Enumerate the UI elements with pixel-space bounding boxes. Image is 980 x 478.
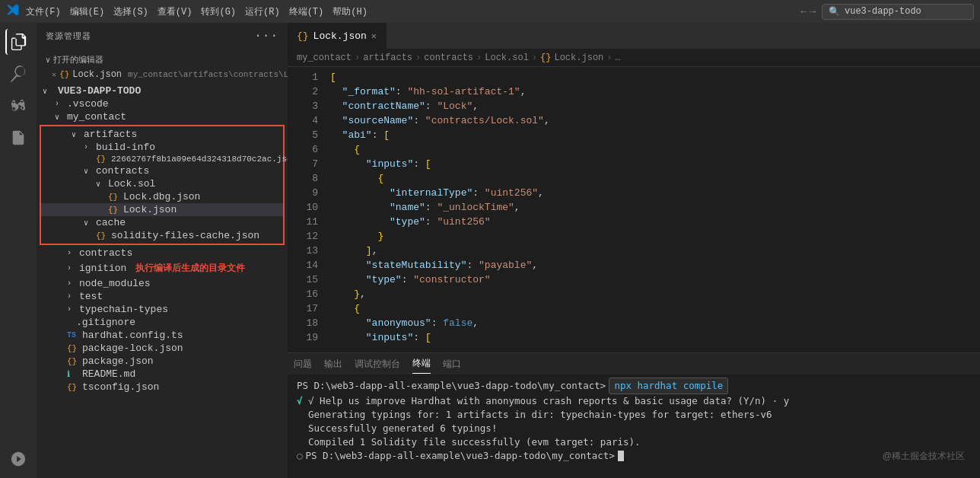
project-root[interactable]: ∨ VUE3-DAPP-TODO: [37, 84, 288, 97]
menu-view[interactable]: 查看(V): [158, 5, 192, 18]
tab-bar: {} Lock.json ✕: [288, 23, 980, 49]
search-box[interactable]: 🔍 vue3-dapp-todo: [822, 4, 974, 20]
breadcrumb-lock-json-icon: {}: [540, 53, 551, 63]
editor-tab-lock-json[interactable]: {} Lock.json ✕: [288, 23, 387, 49]
search-text: vue3-dapp-todo: [845, 6, 921, 17]
cache-chevron: ∨: [84, 218, 96, 228]
sidebar-header: 资源管理器 ···: [37, 23, 288, 49]
ignition-chevron: ›: [67, 264, 79, 272]
breadcrumb: my_contact › artifacts › contracts › Loc…: [288, 49, 980, 67]
menu-goto[interactable]: 转到(G): [201, 5, 236, 18]
sidebar-item-readme[interactable]: ℹ README.md: [37, 368, 288, 381]
sidebar-item-pkg-json[interactable]: {} package.json: [37, 355, 288, 368]
menu-help[interactable]: 帮助(H): [332, 5, 368, 18]
terminal-tab-ports[interactable]: 端口: [443, 355, 461, 374]
open-editor-filename: Lock.json: [72, 69, 122, 80]
menu-run[interactable]: 运行(R): [245, 5, 280, 18]
sidebar-item-lock-sol[interactable]: ∨ Lock.sol: [41, 177, 283, 190]
artifacts-label: artifacts: [84, 129, 137, 140]
breadcrumb-lock-json[interactable]: Lock.json: [554, 53, 603, 63]
sidebar-item-lock-json[interactable]: {} Lock.json: [41, 203, 283, 216]
menu-file[interactable]: 文件(F): [26, 5, 61, 18]
close-icon[interactable]: ✕: [52, 70, 56, 79]
json-icon: {}: [96, 155, 108, 164]
menu-bar[interactable]: 文件(F) 编辑(E) 选择(S) 查看(V) 转到(G) 运行(R) 终端(T…: [26, 5, 368, 18]
search-icon: 🔍: [829, 6, 840, 18]
sidebar-item-artifacts[interactable]: ∨ artifacts: [41, 128, 283, 141]
sidebar-item-hash-file[interactable]: {} 22662767f8b1a09e64d324318d70c2ac.json: [41, 154, 283, 164]
sidebar-item-solidity-cache[interactable]: {} solidity-files-cache.json: [41, 229, 283, 242]
code-content[interactable]: [ "_format": "hh-sol-artifact-1", "contr…: [324, 67, 980, 352]
terminal-tab-problems[interactable]: 问题: [294, 355, 312, 374]
sidebar-item-tsconfig[interactable]: {} tsconfig.json: [37, 381, 288, 394]
lock-sol-label: Lock.sol: [108, 178, 155, 190]
open-editors-header[interactable]: ∨ 打开的编辑器: [37, 52, 288, 68]
breadcrumb-artifacts[interactable]: artifacts: [363, 53, 412, 63]
terminal-prompt-line: PS D:\web3-dapp-all-example\vue3-dapp-to…: [297, 378, 971, 394]
solidity-cache-label: solidity-files-cache.json: [111, 230, 259, 241]
open-editor-path: my_contact\artifacts\contracts\Lock.sol: [128, 70, 288, 79]
terminal-text-2: Generating typings for: 1 artifacts in d…: [308, 409, 772, 420]
sidebar-more-button[interactable]: ···: [254, 29, 278, 43]
sidebar-item-gitignore[interactable]: .gitignore: [37, 316, 288, 329]
sidebar-item-cache[interactable]: ∨ cache: [41, 216, 283, 229]
lock-dbg-icon: {}: [108, 193, 120, 202]
activity-extensions[interactable]: [5, 125, 31, 151]
terminal-tab-output[interactable]: 输出: [324, 355, 342, 374]
activity-source-control[interactable]: [5, 93, 31, 119]
contracts-main-label: contracts: [79, 247, 132, 259]
activity-search[interactable]: [5, 61, 31, 87]
sidebar-item-test[interactable]: › test: [37, 290, 288, 303]
breadcrumb-lock-sol[interactable]: Lock.sol: [485, 53, 529, 63]
terminal-line-2: Generating typings for: 1 artifacts in d…: [297, 408, 971, 422]
tab-close-button[interactable]: ✕: [371, 30, 377, 42]
contracts-main-chevron: ›: [67, 249, 79, 257]
sidebar-item-ignition[interactable]: › ignition 执行编译后生成的目录文件: [37, 260, 288, 277]
red-border-box: ∨ artifacts › build-info {} 22662767f8b1…: [40, 125, 285, 245]
line-numbers: 12345 678910 1112131415 16171819: [288, 67, 324, 352]
sidebar-item-build-info[interactable]: › build-info: [41, 141, 283, 154]
breadcrumb-ellipsis: …: [615, 53, 620, 63]
sidebar-item-lock-dbg[interactable]: {} Lock.dbg.json: [41, 190, 283, 203]
menu-terminal[interactable]: 终端(T): [289, 5, 324, 18]
tab-label: Lock.json: [313, 30, 367, 42]
terminal-cursor: [618, 451, 624, 461]
ts-icon: TS: [67, 331, 79, 339]
menu-edit[interactable]: 编辑(E): [70, 5, 105, 18]
contracts-sub-label: contracts: [96, 165, 149, 177]
sidebar-item-typechain[interactable]: › typechain-types: [37, 303, 288, 316]
activity-run-debug[interactable]: [5, 446, 31, 472]
editor-area: {} Lock.json ✕ my_contact › artifacts › …: [288, 23, 980, 478]
sidebar-item-my-contact[interactable]: ∨ my_contact: [37, 110, 288, 123]
sidebar-item-vscode[interactable]: › .vscode: [37, 97, 288, 110]
terminal-area: 问题 输出 调试控制台 终端 端口 PS D:\web3-dapp-all-ex…: [288, 352, 980, 478]
contracts-sub-chevron: ∨: [84, 167, 96, 176]
breadcrumb-sep2: ›: [415, 53, 421, 63]
sidebar-item-pkg-lock[interactable]: {} package-lock.json: [37, 342, 288, 355]
terminal-circle: ○: [297, 449, 303, 463]
lock-dbg-label: Lock.dbg.json: [123, 191, 200, 202]
terminal-tab-debug[interactable]: 调试控制台: [355, 355, 400, 374]
pkg-json-icon: {}: [67, 357, 79, 366]
activity-explorer[interactable]: [5, 29, 31, 55]
code-editor: 12345 678910 1112131415 16171819 [ "_for…: [288, 67, 980, 352]
nav-back[interactable]: ←: [800, 6, 807, 18]
node-modules-chevron: ›: [67, 279, 79, 288]
sidebar-item-contracts-sub[interactable]: ∨ contracts: [41, 164, 283, 177]
hash-file-label: 22662767f8b1a09e64d324318d70c2ac.json: [111, 155, 288, 164]
open-editor-item[interactable]: ✕ {} Lock.json my_contact\artifacts\cont…: [37, 68, 288, 81]
pkg-lock-label: package-lock.json: [82, 343, 183, 354]
sidebar-item-hardhat[interactable]: TS hardhat.config.ts: [37, 329, 288, 342]
gitignore-label: .gitignore: [76, 317, 135, 328]
sidebar-item-node-modules[interactable]: › node_modules: [37, 277, 288, 290]
nav-forward[interactable]: →: [810, 6, 816, 18]
sidebar-item-contracts-main[interactable]: › contracts: [37, 247, 288, 260]
terminal-content[interactable]: PS D:\web3-dapp-all-example\vue3-dapp-to…: [288, 374, 980, 478]
test-label: test: [79, 291, 103, 302]
menu-select[interactable]: 选择(S): [113, 5, 148, 18]
test-chevron: ›: [67, 292, 79, 301]
breadcrumb-my-contact[interactable]: my_contact: [297, 53, 352, 63]
terminal-tab-terminal[interactable]: 终端: [412, 354, 431, 374]
breadcrumb-contracts[interactable]: contracts: [424, 53, 473, 63]
artifacts-chevron: ∨: [72, 130, 84, 139]
